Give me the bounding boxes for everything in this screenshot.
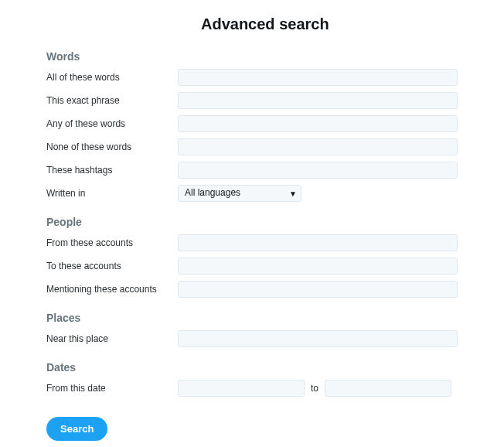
label-none-words: None of these words — [46, 142, 178, 152]
date-to-text: to — [311, 383, 318, 394]
label-mentioning-accounts: Mentioning these accounts — [46, 284, 178, 295]
exact-phrase-input[interactable] — [178, 92, 458, 109]
label-exact-phrase: This exact phrase — [46, 95, 178, 106]
to-date-input[interactable] — [325, 380, 451, 397]
any-words-input[interactable] — [178, 115, 458, 132]
search-button[interactable]: Search — [46, 417, 107, 441]
label-from-accounts: From these accounts — [46, 237, 178, 248]
page-title: Advanced search — [201, 15, 458, 33]
section-heading-words: Words — [46, 50, 458, 63]
label-any-words: Any of these words — [46, 118, 178, 129]
mentioning-accounts-input[interactable] — [178, 281, 458, 298]
none-words-input[interactable] — [178, 138, 458, 155]
label-hashtags: These hashtags — [46, 165, 178, 176]
section-heading-dates: Dates — [46, 361, 458, 374]
label-to-accounts: To these accounts — [46, 261, 178, 271]
label-written-in: Written in — [46, 188, 178, 199]
language-select[interactable]: All languages — [178, 185, 301, 202]
near-place-input[interactable] — [178, 330, 458, 347]
section-heading-people: People — [46, 216, 458, 228]
label-from-date: From this date — [46, 383, 178, 394]
from-accounts-input[interactable] — [178, 234, 458, 251]
to-accounts-input[interactable] — [178, 258, 458, 275]
label-near-place: Near this place — [46, 333, 178, 344]
hashtags-input[interactable] — [178, 162, 458, 179]
from-date-input[interactable] — [178, 380, 305, 397]
label-all-words: All of these words — [46, 72, 178, 83]
all-words-input[interactable] — [178, 69, 458, 86]
section-heading-places: Places — [46, 312, 458, 324]
